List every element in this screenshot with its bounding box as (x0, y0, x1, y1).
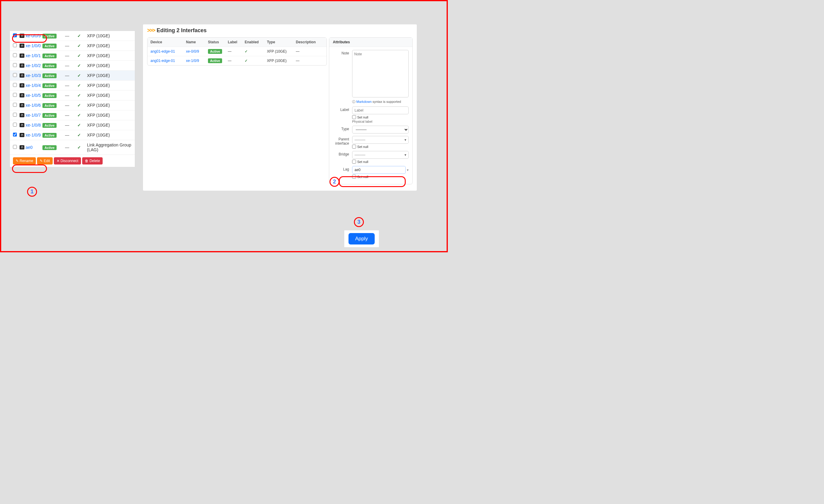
markdown-help: ⓘ Markdown syntax is supported (352, 100, 409, 104)
col-name: Name (186, 40, 208, 44)
bulk-actions: ✎ Rename ✎ Edit ✕ Disconnect 🗑 Delete (10, 155, 135, 167)
delete-button[interactable]: 🗑 Delete (82, 157, 103, 164)
col-type: Type (267, 40, 296, 44)
col-dash: — (61, 93, 73, 98)
row-checkbox[interactable] (13, 63, 17, 67)
row-checkbox[interactable] (13, 133, 17, 136)
note-textarea[interactable] (352, 50, 409, 98)
rename-button[interactable]: ✎ Rename (13, 157, 36, 164)
chevron-down-icon: ▾ (405, 138, 406, 142)
interface-name-link[interactable]: xe-1/0/3 (25, 73, 42, 78)
type-label: Type (333, 126, 352, 133)
row-checkbox[interactable] (13, 33, 17, 37)
label-input[interactable] (352, 107, 409, 114)
col-dash: — (61, 33, 73, 38)
trash-icon: 🗑 (85, 159, 89, 163)
disconnect-button[interactable]: ✕ Disconnect (54, 157, 81, 164)
interface-row: ⊓ xe-1/0/8Active—✓XFP (10GE) (10, 120, 135, 130)
col-description: Description (296, 40, 323, 44)
row-checkbox[interactable] (13, 43, 17, 47)
status-badge: Active (42, 34, 57, 38)
interface-name-link[interactable]: xe-1/0/7 (25, 113, 42, 118)
check-icon: ✓ (77, 93, 81, 98)
interface-name-link[interactable]: xe-1/0/9 (25, 133, 42, 137)
interface-name-link[interactable]: xe-1/0/8 (25, 123, 42, 127)
status-badge: Active (42, 74, 57, 78)
info-icon: ⓘ (352, 100, 355, 104)
status-badge: Active (42, 123, 57, 128)
check-icon: ✓ (77, 103, 81, 108)
lag-select[interactable]: ae0 (352, 166, 406, 174)
editing-panel: >>> Editing 2 Interfaces Device Name Sta… (143, 24, 417, 191)
status-badge: Active (42, 113, 57, 118)
status-badge: Active (42, 53, 57, 58)
markdown-link[interactable]: Markdown (356, 100, 372, 104)
note-label: Note (333, 50, 352, 104)
type-select[interactable]: --------- (352, 126, 409, 133)
bridge-setnull-checkbox[interactable] (352, 160, 356, 163)
annotation-1: 1 (27, 187, 37, 197)
row-checkbox[interactable] (13, 53, 17, 57)
apply-button[interactable]: Apply (348, 233, 375, 245)
col-dash: — (61, 63, 73, 68)
interface-name-link[interactable]: xe-1/0/1 (25, 53, 42, 58)
interface-name-link[interactable]: xe-1/0/6 (25, 103, 42, 108)
interface-name-link[interactable]: xe-0/0/9 (25, 33, 42, 38)
device-link[interactable]: ang01-edge-01 (150, 49, 175, 53)
interface-row: ⊓ xe-1/0/0Active—✓XFP (10GE) (10, 41, 135, 51)
interface-name-link[interactable]: xe-1/0/0 (25, 43, 42, 48)
interface-type: XFP (10GE) (85, 83, 132, 88)
parent-setnull-checkbox[interactable] (352, 145, 356, 148)
chevron-down-icon: ▾ (407, 168, 409, 172)
lag-setnull-checkbox[interactable] (352, 175, 356, 178)
edit-table-row: ang01-edge-01xe-0/0/9Active—✓XFP (10GE)— (147, 47, 326, 56)
row-checkbox[interactable] (13, 93, 17, 97)
interface-list-panel: ⊓ xe-0/0/9Active—✓XFP (10GE)⊓ xe-1/0/0Ac… (10, 31, 135, 167)
check-icon: ✓ (77, 43, 81, 48)
row-checkbox[interactable] (13, 103, 17, 107)
check-icon: ✓ (77, 63, 81, 68)
iface-link[interactable]: xe-0/0/9 (186, 49, 199, 53)
device-link[interactable]: ang01-edge-01 (150, 58, 175, 63)
interface-type: XFP (10GE) (85, 33, 132, 38)
col-dash: — (61, 83, 73, 88)
row-checkbox[interactable] (13, 73, 17, 77)
editing-title: >>> Editing 2 Interfaces (147, 27, 413, 34)
interface-name-link[interactable]: ae0 (25, 145, 42, 150)
parent-interface-select[interactable]: ---------▾ (352, 136, 409, 144)
interface-row: ⊓ xe-1/0/5Active—✓XFP (10GE) (10, 91, 135, 101)
check-icon: ✓ (77, 53, 81, 58)
interface-row: ⊓ xe-1/0/1Active—✓XFP (10GE) (10, 51, 135, 61)
ethernet-icon: ⊓ (19, 53, 24, 58)
annotation-2: 2 (329, 177, 339, 187)
ethernet-icon: ⊓ (19, 74, 24, 78)
status-badge: Active (42, 145, 57, 150)
edit-button[interactable]: ✎ Edit (37, 157, 53, 164)
col-dash: — (61, 133, 73, 137)
interface-name-link[interactable]: xe-1/0/2 (25, 63, 42, 68)
interface-row: ⊓ xe-1/0/6Active—✓XFP (10GE) (10, 101, 135, 110)
col-dash: — (61, 53, 73, 58)
check-icon: ✓ (77, 123, 81, 127)
row-checkbox[interactable] (13, 123, 17, 127)
ethernet-icon: ⊓ (19, 103, 24, 107)
attributes-header: Attributes (329, 37, 412, 47)
bridge-select[interactable]: ---------▾ (352, 151, 409, 159)
label-setnull-checkbox[interactable] (352, 115, 356, 119)
status-badge: Active (42, 93, 57, 98)
check-icon: ✓ (77, 73, 81, 78)
interface-row: ⊓ ae0Active—✓Link Aggregation Group (LAG… (10, 140, 135, 155)
row-checkbox[interactable] (13, 145, 17, 149)
interface-row: ⊓ xe-1/0/2Active—✓XFP (10GE) (10, 61, 135, 71)
row-checkbox[interactable] (13, 83, 17, 87)
interface-name-link[interactable]: xe-1/0/4 (25, 83, 42, 88)
row-checkbox[interactable] (13, 113, 17, 117)
col-device: Device (150, 40, 186, 44)
col-dash: — (61, 43, 73, 48)
iface-link[interactable]: xe-1/0/9 (186, 58, 199, 63)
check-icon: ✓ (77, 133, 81, 137)
ethernet-icon: ⊓ (19, 64, 24, 68)
check-icon: ✓ (77, 33, 81, 38)
interface-row: ⊓ xe-1/0/9Active—✓XFP (10GE) (10, 130, 135, 140)
interface-name-link[interactable]: xe-1/0/5 (25, 93, 42, 98)
